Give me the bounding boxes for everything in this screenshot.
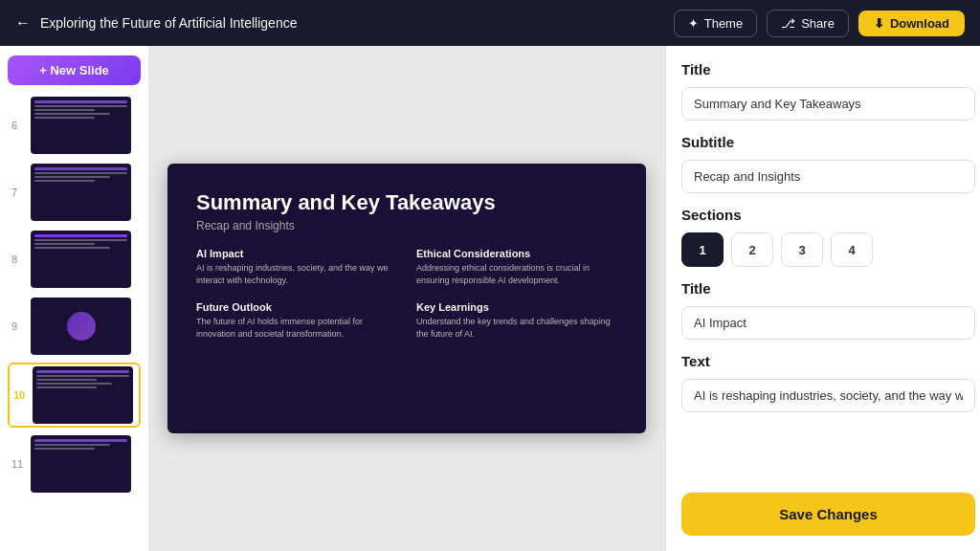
section-button-2[interactable]: 2 [731, 232, 773, 267]
slide-section-4: Key Learnings Understand the key trends … [416, 301, 617, 340]
download-icon: ⬇ [874, 16, 884, 31]
panel-title-section: Title [681, 61, 975, 121]
slide-item-7[interactable]: 7 [8, 162, 141, 223]
section-title-input[interactable] [681, 306, 975, 340]
sidebar: + New Slide 6 7 [0, 46, 148, 551]
theme-icon: ✦ [688, 16, 699, 31]
share-button[interactable]: ⎇ Share [767, 10, 849, 37]
slide-section-3: Future Outlook The future of AI holds im… [196, 301, 397, 340]
canvas-area: Summary and Key Takeaways Recap and Insi… [148, 46, 665, 551]
slide-main-subtitle: Recap and Insights [196, 219, 617, 232]
section-buttons-row: 1 2 3 4 [681, 232, 975, 267]
back-icon[interactable]: ← [15, 14, 31, 32]
slide-thumbnail-7 [31, 164, 131, 221]
section-title-label: Title [681, 280, 975, 297]
section-button-4[interactable]: 4 [831, 232, 873, 267]
header: ← Exploring the Future of Artificial Int… [0, 0, 980, 46]
section-button-3[interactable]: 3 [781, 232, 823, 267]
slide-number-8: 8 [11, 253, 25, 265]
slide-item-10[interactable]: 10 [8, 363, 141, 428]
slide-thumbnail-8 [31, 231, 131, 288]
subtitle-input[interactable] [681, 160, 975, 193]
slide-thumbnail-11 [31, 435, 131, 493]
title-label: Title [681, 61, 975, 77]
section-text-input[interactable] [681, 379, 975, 412]
slide-thumbnail-6 [31, 97, 131, 154]
slide-item-9[interactable]: 9 [8, 296, 141, 357]
slide-section-1: AI Impact AI is reshaping industries, so… [196, 248, 397, 286]
slide-canvas: Summary and Key Takeaways Recap and Insi… [167, 164, 646, 433]
right-panel: Title Subtitle Sections 1 2 3 4 Title Te… [665, 46, 980, 551]
section-text-label: Text [681, 353, 975, 369]
slide-number-11: 11 [11, 458, 25, 470]
slide-thumbnail-10 [33, 366, 133, 424]
panel-sections-section: Sections 1 2 3 4 [681, 207, 975, 267]
main-layout: + New Slide 6 7 [0, 46, 980, 551]
slide-number-6: 6 [11, 120, 25, 131]
new-slide-button[interactable]: + New Slide [8, 55, 141, 85]
panel-section-title-section: Title [681, 280, 975, 340]
slide-item-11[interactable]: 11 [8, 433, 141, 495]
sections-label: Sections [681, 207, 975, 223]
slide-number-10: 10 [13, 389, 27, 401]
slide-number-7: 7 [11, 187, 25, 198]
share-icon: ⎇ [781, 16, 795, 31]
save-changes-button[interactable]: Save Changes [681, 493, 975, 536]
theme-button[interactable]: ✦ Theme [674, 10, 757, 37]
subtitle-label: Subtitle [681, 134, 975, 150]
slide-item-6[interactable]: 6 [8, 95, 141, 156]
download-button[interactable]: ⬇ Download [858, 11, 965, 36]
slide-section-2: Ethical Considerations Addressing ethica… [416, 248, 617, 286]
panel-section-text-section: Text [681, 353, 975, 412]
title-input[interactable] [681, 87, 975, 121]
slide-thumbnail-9 [31, 298, 131, 355]
slide-main-title: Summary and Key Takeaways [196, 190, 617, 215]
slide-item-8[interactable]: 8 [8, 229, 141, 290]
header-left: ← Exploring the Future of Artificial Int… [15, 14, 297, 32]
section-button-1[interactable]: 1 [681, 232, 724, 267]
slide-content-grid: AI Impact AI is reshaping industries, so… [196, 248, 617, 340]
presentation-title: Exploring the Future of Artificial Intel… [40, 15, 297, 31]
header-right: ✦ Theme ⎇ Share ⬇ Download [674, 10, 965, 37]
slide-number-9: 9 [11, 320, 25, 332]
panel-subtitle-section: Subtitle [681, 134, 975, 193]
